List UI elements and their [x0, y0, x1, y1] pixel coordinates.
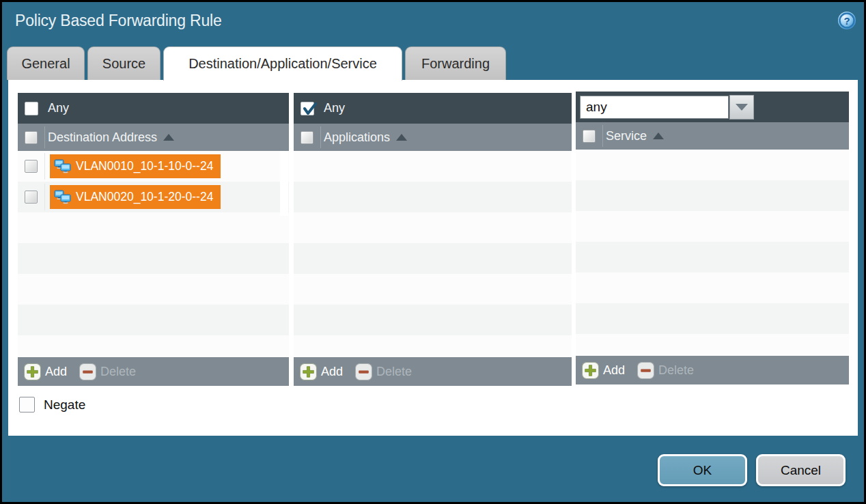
delete-button[interactable]: Delete: [637, 362, 694, 379]
service-dropdown-button[interactable]: [729, 95, 754, 120]
network-address-icon: [54, 190, 71, 204]
applications-column: Any Applications Add: [294, 93, 572, 386]
row-divider: [44, 153, 45, 180]
dialog-title: Policy Based Forwarding Rule: [15, 12, 222, 30]
delete-button[interactable]: Delete: [355, 363, 412, 380]
sort-ascending-icon[interactable]: [653, 132, 664, 139]
add-label: Add: [321, 365, 343, 379]
pbf-rule-dialog: Policy Based Forwarding Rule ? General S…: [0, 0, 866, 504]
service-dropdown: any: [580, 95, 754, 120]
destination-row-1[interactable]: VLAN0010_10-1-10-0--24: [18, 151, 289, 182]
header-divider: [320, 126, 321, 148]
minus-icon: [79, 363, 96, 380]
header-divider: [602, 125, 603, 147]
tab-source[interactable]: Source: [87, 46, 160, 80]
service-dropdown-value[interactable]: any: [580, 96, 729, 119]
help-icon[interactable]: ?: [837, 11, 856, 30]
cancel-button[interactable]: Cancel: [756, 454, 846, 486]
tab-destination-application-service[interactable]: Destination/Application/Service: [163, 46, 402, 81]
applications-list: [294, 151, 572, 357]
add-label: Add: [45, 365, 67, 379]
tab-forwarding[interactable]: Forwarding: [405, 46, 506, 80]
service-column: any Service Add: [576, 92, 849, 384]
destination-address-header-label[interactable]: Destination Address: [48, 130, 157, 145]
plus-icon: [300, 363, 317, 380]
address-object-tag[interactable]: VLAN0020_10-1-20-0--24: [50, 185, 221, 209]
tab-general[interactable]: General: [7, 46, 85, 80]
applications-column-header: Applications: [294, 124, 572, 151]
plus-icon: [24, 363, 41, 380]
delete-label: Delete: [100, 365, 136, 379]
address-object-tag[interactable]: VLAN0010_10-1-10-0--24: [50, 154, 221, 178]
minus-icon: [637, 362, 654, 379]
destination-any-label: Any: [48, 101, 69, 115]
applications-any-label: Any: [324, 101, 345, 115]
row-checkbox[interactable]: [25, 160, 38, 173]
add-button[interactable]: Add: [24, 363, 67, 380]
address-object-label: VLAN0010_10-1-10-0--24: [76, 159, 213, 173]
applications-any-bar: Any: [294, 93, 572, 124]
add-label: Add: [603, 363, 625, 378]
destination-address-column: Any Destination Address: [18, 93, 289, 386]
service-header-label[interactable]: Service: [606, 129, 647, 143]
sort-ascending-icon[interactable]: [396, 134, 407, 141]
negate-row: Negate: [19, 397, 85, 412]
destination-address-list: VLAN0010_10-1-10-0--24: [18, 151, 289, 357]
row-divider: [44, 184, 45, 210]
scrollbar[interactable]: [280, 151, 288, 216]
destination-select-all-checkbox[interactable]: [25, 131, 38, 144]
sort-ascending-icon[interactable]: [163, 134, 174, 141]
add-button[interactable]: Add: [300, 363, 343, 380]
svg-text:?: ?: [843, 15, 850, 27]
ok-button[interactable]: OK: [658, 454, 747, 486]
applications-footer: Add Delete: [294, 357, 572, 386]
checkmark-icon: [302, 100, 318, 117]
negate-label: Negate: [44, 397, 85, 412]
applications-any-checkbox[interactable]: [301, 102, 314, 115]
applications-header-label[interactable]: Applications: [324, 130, 390, 145]
destination-row-2[interactable]: VLAN0020_10-1-20-0--24: [18, 182, 289, 212]
service-select-all-checkbox[interactable]: [583, 130, 596, 143]
service-list: [576, 150, 849, 356]
applications-select-all-checkbox[interactable]: [301, 131, 313, 144]
chevron-down-icon: [736, 104, 748, 111]
minus-icon: [355, 363, 372, 380]
destination-any-bar: Any: [18, 93, 289, 124]
destination-footer: Add Delete: [18, 357, 289, 386]
service-column-header: Service: [576, 122, 849, 150]
network-address-icon: [54, 159, 71, 173]
delete-button[interactable]: Delete: [79, 363, 136, 380]
plus-icon: [582, 362, 599, 379]
service-dropdown-bar: any: [576, 92, 849, 122]
row-checkbox[interactable]: [25, 191, 38, 204]
address-object-label: VLAN0020_10-1-20-0--24: [76, 190, 213, 204]
destination-any-checkbox[interactable]: [25, 102, 38, 115]
service-footer: Add Delete: [576, 356, 849, 384]
delete-label: Delete: [376, 365, 412, 379]
destination-column-header: Destination Address: [18, 124, 289, 151]
header-divider: [44, 126, 45, 148]
negate-checkbox[interactable]: [19, 397, 35, 412]
tab-content-panel: Any Destination Address: [8, 80, 858, 436]
delete-label: Delete: [658, 363, 694, 378]
add-button[interactable]: Add: [582, 362, 625, 379]
